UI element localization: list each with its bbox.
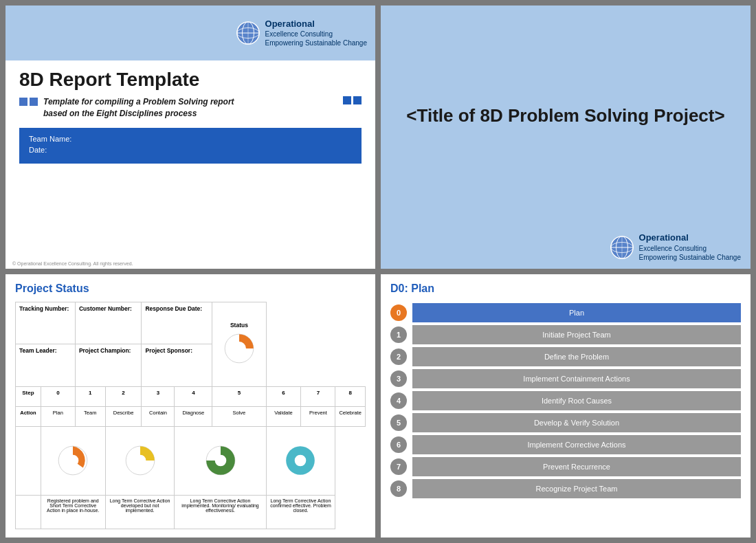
pie-row <box>16 427 366 496</box>
subtitle-area: Template for compiling a Problem Solving… <box>19 96 362 120</box>
action-celebrate: Celebrate <box>335 406 366 426</box>
plan-step-6: 6Implement Corrective Actions <box>390 435 741 454</box>
response-label: Response Due Date: <box>142 302 212 344</box>
action-plan: Plan <box>41 406 75 426</box>
slide1-main: 8D Report Template Template for compilin… <box>5 60 375 258</box>
logo-brand-2: Operational <box>639 232 741 244</box>
plan-step-8: 8Recognize Project Team <box>390 479 741 498</box>
slide-2: <Title of 8D Problem Solving Project> Op… <box>381 5 751 269</box>
svg-point-13 <box>232 342 246 355</box>
tracking-row: Tracking Number: Customer Number: Respon… <box>16 302 366 344</box>
logo-sub1-1: Excellence Consulting <box>265 30 367 38</box>
logo-text-1: Operational Excellence Consulting Empowe… <box>265 19 367 48</box>
svg-point-19 <box>214 454 226 466</box>
slide2-title: <Title of 8D Problem Solving Project> <box>406 105 724 126</box>
tracking-label: Tracking Number: <box>16 302 76 344</box>
date-field: Date: <box>29 146 352 154</box>
slide4-title: D0: Plan <box>390 282 741 295</box>
slide-4: D0: Plan 0Plan1Initiate Project Team2Def… <box>381 274 751 538</box>
status-label: Status <box>216 322 262 329</box>
step-4: 4 <box>175 386 212 406</box>
step-circle-7: 7 <box>390 458 407 475</box>
blue-sq-2 <box>30 98 38 106</box>
blue-sq-r1 <box>343 96 351 104</box>
step-circle-8: 8 <box>390 480 407 497</box>
pie-empty <box>16 427 41 496</box>
globe-icon <box>235 20 261 46</box>
step-circle-6: 6 <box>390 436 407 453</box>
action-header: Action <box>16 406 41 426</box>
pie-cell-3 <box>175 427 266 496</box>
status-cell: Status <box>212 302 266 387</box>
desc-2: Long Term Corrective Action developed bu… <box>105 495 175 529</box>
step-circle-3: 3 <box>390 370 407 387</box>
step-bar-5: Develop & Verify Solution <box>412 413 741 432</box>
logo-sub2-1: Empowering Sustainable Change <box>265 38 367 47</box>
step-6: 6 <box>266 386 301 406</box>
desc-1: Registered problem and Short Term Correc… <box>41 495 105 529</box>
action-diagnose: Diagnose <box>175 406 212 426</box>
logo-brand-1: Operational <box>265 19 367 30</box>
logo-area-1: Operational Excellence Consulting Empowe… <box>235 19 367 48</box>
plan-step-1: 1Initiate Project Team <box>390 325 741 344</box>
step-1: 1 <box>75 386 105 406</box>
action-team: Team <box>75 406 105 426</box>
step-0: 0 <box>41 386 75 406</box>
slide2-logo: Operational Excellence Consulting Empowe… <box>381 225 751 269</box>
desc-4: Long Term Corrective Action confirmed ef… <box>266 495 335 529</box>
slide1-topbar: Operational Excellence Consulting Empowe… <box>5 5 375 60</box>
step-header: Step <box>16 386 41 406</box>
plan-steps: 0Plan1Initiate Project Team2Define the P… <box>390 303 741 498</box>
step-bar-8: Recognize Project Team <box>412 479 741 498</box>
project-sponsor-label: Project Sponsor: <box>142 344 212 386</box>
svg-point-17 <box>134 454 146 466</box>
team-leader-label: Team Leader: <box>16 344 76 386</box>
slide-1: Operational Excellence Consulting Empowe… <box>5 5 375 269</box>
step-7: 7 <box>301 386 335 406</box>
step-circle-0: 0 <box>390 304 407 321</box>
desc-empty <box>16 495 41 529</box>
step-5: 5 <box>212 386 266 406</box>
plan-step-7: 7Prevent Recurrence <box>390 457 741 476</box>
svg-point-15 <box>67 454 79 466</box>
pie-cell-4 <box>266 427 335 496</box>
action-solve: Solve <box>212 406 266 426</box>
pie-4 <box>283 443 318 478</box>
slide1-footer: © Operational Excellence Consulting. All… <box>5 258 375 269</box>
plan-step-0: 0Plan <box>390 303 741 322</box>
globe-icon-2 <box>609 234 635 261</box>
desc-row: Registered problem and Short Term Correc… <box>16 495 366 529</box>
step-row: Step 0 1 2 3 4 5 6 7 8 <box>16 386 366 406</box>
step-circle-2: 2 <box>390 348 407 365</box>
pie-cell-1 <box>41 427 105 496</box>
step-circle-5: 5 <box>390 414 407 431</box>
slide-3: Project Status Tracking Number: Customer… <box>5 274 375 538</box>
blue-sq-1 <box>19 98 27 106</box>
step-bar-1: Initiate Project Team <box>412 325 741 344</box>
step-circle-1: 1 <box>390 326 407 343</box>
logo-sub2-2: Empowering Sustainable Change <box>639 253 741 262</box>
step-2: 2 <box>105 386 142 406</box>
status-table: Tracking Number: Customer Number: Respon… <box>15 302 366 529</box>
team-row: Team Leader: Project Champion: Project S… <box>16 344 366 386</box>
slide1-subtitle: Template for compiling a Problem Solving… <box>43 96 234 120</box>
action-row: Action Plan Team Describe Contain Diagno… <box>16 406 366 426</box>
blue-squares-left <box>19 98 38 106</box>
blue-sq-r2 <box>353 96 362 104</box>
step-bar-4: Identify Root Causes <box>412 391 741 410</box>
action-validate: Validate <box>266 406 301 426</box>
pie-cell-2 <box>105 427 175 496</box>
pie-1 <box>56 443 90 478</box>
desc-3: Long Term Corrective Action implemented.… <box>175 495 266 529</box>
action-prevent: Prevent <box>301 406 335 426</box>
slide1-title: 8D Report Template <box>19 69 362 91</box>
svg-point-21 <box>295 454 307 466</box>
plan-step-2: 2Define the Problem <box>390 347 741 366</box>
project-champion-label: Project Champion: <box>75 344 142 386</box>
step-3: 3 <box>142 386 175 406</box>
step-circle-4: 4 <box>390 392 407 409</box>
blue-squares-right <box>343 96 362 104</box>
step-8: 8 <box>335 386 366 406</box>
customer-label: Customer Number: <box>75 302 142 344</box>
status-pie <box>222 331 256 366</box>
